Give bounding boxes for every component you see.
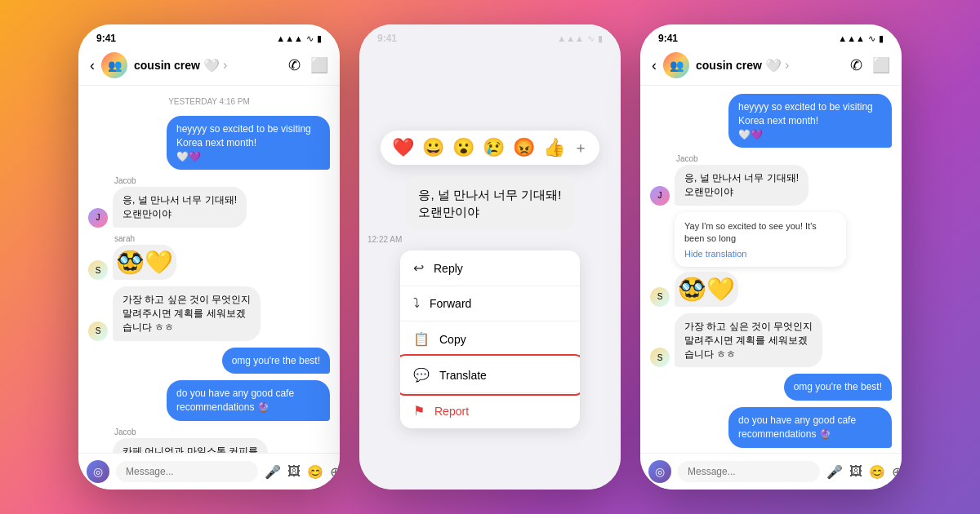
- msg-incoming-sarah-r2: S 가장 하고 싶은 것이 무엇인지말려주시면 계획를 세워보겠습니다 ㅎㅎ: [650, 313, 892, 367]
- jacob-name-r1: Jacob: [675, 154, 698, 163]
- chat-body-1: YESTERDAY 4:16 PM heyyyy so excited to b…: [78, 86, 340, 453]
- context-menu-overlay: ❤️ 😀 😮 😢 😡 👍 ＋ 응, 널 만나서 너무 기대돼!오랜만이야 12:…: [359, 24, 621, 490]
- battery-icon: ▮: [317, 33, 322, 44]
- chat-header-3: ‹ 👥 cousin crew 🤍 › ✆ ⬜: [640, 47, 902, 86]
- ctx-translate[interactable]: 💬 Translate: [400, 357, 580, 393]
- reaction-wow[interactable]: 😮: [452, 137, 474, 158]
- bubble-jacob-r1: 응, 널 만나서 너무 기대돼!오랜만이야: [675, 165, 808, 206]
- context-timestamp: 12:22 AM: [359, 235, 402, 244]
- video-icon-1[interactable]: ⬜: [310, 56, 328, 74]
- header-action-icons-1: ✆ ⬜: [288, 56, 328, 74]
- back-button-1[interactable]: ‹: [90, 57, 95, 74]
- heart-icon-1: 🤍: [203, 58, 220, 73]
- sarah-avatar-2: S: [88, 321, 108, 341]
- bubble-sarah-2: 가장 하고 싶은 것이 무엇인지말려주시면 계획를 세워보겠습니다 ㅎㅎ: [113, 286, 261, 340]
- report-icon: ⚑: [413, 403, 425, 419]
- jacob-avatar-1: J: [88, 208, 108, 228]
- group-name-1: cousin crew: [134, 59, 200, 72]
- reaction-smile[interactable]: 😀: [422, 137, 444, 158]
- context-menu: ↩ Reply ⤵ Forward 📋 Copy 💬 Translate ⚑ R…: [400, 250, 580, 428]
- chevron-icon-3: ›: [785, 58, 789, 73]
- wifi-icon: ∿: [306, 33, 314, 44]
- sarah-avatar-r2: S: [650, 348, 670, 367]
- time-3: 9:41: [658, 33, 678, 44]
- group-name-3: cousin crew: [696, 59, 762, 72]
- msg-outgoing-r1: heyyyy so excited to be visiting Korea n…: [650, 94, 892, 148]
- reaction-more[interactable]: ＋: [573, 138, 588, 157]
- translate-label: Translate: [439, 369, 487, 382]
- signal-icon: ▲▲▲: [276, 33, 303, 43]
- context-message-preview: 응, 널 만나서 너무 기대돼!오랜만이야: [405, 176, 574, 230]
- msg-incoming-jacob-1: J Jacob 응, 널 만나서 너무 기대돼!오랜만이야: [88, 176, 330, 228]
- ctx-reply[interactable]: ↩ Reply: [400, 250, 580, 286]
- reaction-cry[interactable]: 😢: [483, 137, 505, 158]
- bubble-1: heyyyy so excited to be visiting Korea n…: [167, 116, 330, 170]
- reply-label: Reply: [434, 262, 463, 275]
- image-icon-1[interactable]: 🖼: [287, 464, 301, 480]
- bubble-r1: heyyyy so excited to be visiting Korea n…: [728, 94, 892, 148]
- reaction-thumbsup[interactable]: 👍: [543, 137, 565, 158]
- input-bar-3: ◎ 🎤 🖼 😊 ⊕: [640, 453, 902, 490]
- reaction-bar: ❤️ 😀 😮 😢 😡 👍 ＋: [381, 131, 599, 165]
- camera-button-1[interactable]: ◎: [87, 460, 109, 483]
- battery-icon-3: ▮: [879, 33, 884, 44]
- jacob-name-1: Jacob: [113, 176, 136, 185]
- wifi-icon-3: ∿: [868, 33, 875, 44]
- msg-incoming-sarah-1: S sarah 🥸💛: [88, 234, 330, 280]
- phone-icon-3[interactable]: ✆: [850, 56, 862, 74]
- msg-incoming-jacob-r1: J Jacob 응, 널 만나서 너무 기대돼!오랜만이야: [650, 154, 892, 206]
- reaction-heart[interactable]: ❤️: [392, 137, 414, 158]
- ctx-report[interactable]: ⚑ Report: [400, 393, 580, 428]
- status-icons-1: ▲▲▲ ∿ ▮: [276, 33, 322, 44]
- bubble-jacob-2: 카페 어니언과 마일스톤 커피를좋아해!🔥💜: [113, 438, 268, 453]
- sticker-icon-1[interactable]: 😊: [307, 464, 323, 480]
- camera-button-3[interactable]: ◎: [648, 460, 671, 483]
- video-icon-3[interactable]: ⬜: [872, 56, 890, 74]
- copy-label: Copy: [439, 333, 466, 346]
- bubble-jacob-1: 응, 널 만나서 너무 기대돼!오랜만이야: [113, 187, 247, 228]
- translation-text: Yay I'm so excited to see you! It's been…: [684, 220, 836, 246]
- bubble-sarah-r1: 🥸💛: [675, 272, 738, 307]
- sarah-avatar-1: S: [88, 260, 108, 280]
- signal-icon-3: ▲▲▲: [838, 33, 865, 43]
- back-button-3[interactable]: ‹: [652, 57, 657, 74]
- group-name-container-3: cousin crew 🤍 ›: [696, 58, 844, 73]
- header-action-icons-3: ✆ ⬜: [850, 56, 890, 74]
- copy-icon: 📋: [413, 331, 430, 347]
- msg-outgoing-2: omg you're the best!: [88, 348, 330, 374]
- phone-icon-1[interactable]: ✆: [288, 56, 301, 74]
- phone-3: 9:41 ▲▲▲ ∿ ▮ ‹ 👥 cousin crew 🤍 › ✆ ⬜ hey…: [640, 24, 902, 490]
- time-1: 9:41: [96, 33, 116, 44]
- status-bar-3: 9:41 ▲▲▲ ∿ ▮: [640, 24, 902, 47]
- msg-incoming-sarah-2: S 가장 하고 싶은 것이 무엇인지말려주시면 계획를 세워보겠습니다 ㅎㅎ: [88, 286, 330, 340]
- jacob-name-2: Jacob: [113, 428, 136, 436]
- mic-icon-1[interactable]: 🎤: [265, 464, 281, 480]
- date-label-1: YESTERDAY 4:16 PM: [88, 97, 330, 106]
- message-input-1[interactable]: [116, 461, 258, 482]
- msg-outgoing-1: heyyyy so excited to be visiting Korea n…: [88, 116, 330, 170]
- forward-icon: ⤵: [413, 296, 420, 311]
- input-bar-1: ◎ 🎤 🖼 😊 ⊕: [78, 453, 340, 490]
- mic-icon-3[interactable]: 🎤: [826, 464, 843, 480]
- sticker-icon-3[interactable]: 😊: [869, 464, 885, 480]
- input-action-icons-1: 🎤 🖼 😊 ⊕: [265, 464, 340, 480]
- ctx-forward[interactable]: ⤵ Forward: [400, 286, 580, 321]
- msg-incoming-sarah-r1: S 🥸💛: [650, 272, 892, 307]
- hide-translation-button[interactable]: Hide translation: [684, 249, 836, 259]
- chat-header-1: ‹ 👥 cousin crew 🤍 › ✆ ⬜: [78, 47, 340, 86]
- translate-icon: 💬: [413, 367, 430, 383]
- plus-icon-3[interactable]: ⊕: [892, 464, 902, 480]
- heart-icon-3: 🤍: [765, 58, 782, 73]
- ctx-copy[interactable]: 📋 Copy: [400, 321, 580, 357]
- jacob-avatar-r1: J: [650, 186, 670, 206]
- sarah-name-1: sarah: [113, 234, 135, 243]
- msg-outgoing-3: do you have any good cafe recommendation…: [88, 380, 330, 421]
- plus-icon-1[interactable]: ⊕: [330, 464, 340, 480]
- reaction-angry[interactable]: 😡: [513, 137, 535, 158]
- status-bar-1: 9:41 ▲▲▲ ∿ ▮: [78, 24, 340, 47]
- phone-1: 9:41 ▲▲▲ ∿ ▮ ‹ 👥 cousin crew 🤍 › ✆ ⬜ YES…: [78, 24, 340, 490]
- msg-incoming-jacob-2: J Jacob 카페 어니언과 마일스톤 커피를좋아해!🔥💜: [88, 428, 330, 453]
- message-input-3[interactable]: [678, 461, 820, 482]
- image-icon-3[interactable]: 🖼: [849, 464, 862, 480]
- bubble-sarah-r2: 가장 하고 싶은 것이 무엇인지말려주시면 계획를 세워보겠습니다 ㅎㅎ: [675, 313, 822, 367]
